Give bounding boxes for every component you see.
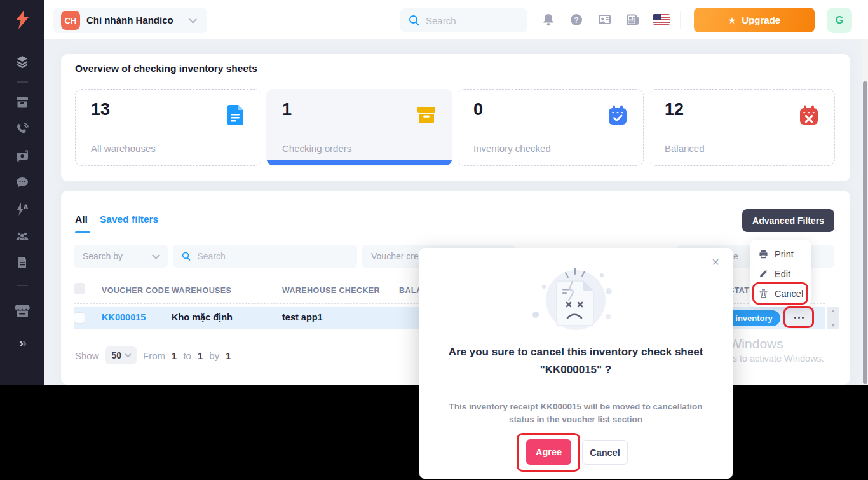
sidebar-item-chat[interactable]: [8, 169, 36, 196]
context-menu-cancel[interactable]: Cancel: [750, 284, 811, 303]
company-selector[interactable]: CH Chi nhánh Handico: [53, 8, 207, 33]
file-document-icon: [225, 104, 247, 129]
company-badge: CH: [61, 11, 80, 30]
sidebar-item-store[interactable]: [8, 298, 36, 324]
stat-value: 1: [282, 100, 292, 120]
company-name: Chi nhánh Handico: [86, 8, 173, 33]
from-label: From: [143, 350, 165, 361]
news-icon[interactable]: [625, 12, 640, 27]
sidebar-nav: ››: [0, 0, 44, 385]
modal-title-question: Are you sure to cancel this inventory ch…: [442, 343, 709, 361]
modal-close-button[interactable]: ×: [707, 254, 724, 270]
sidebar-divider: [17, 285, 28, 286]
upgrade-button[interactable]: ★ Upgrade: [694, 8, 815, 32]
scroll-up-icon[interactable]: ▲: [831, 308, 836, 313]
money-icon: [15, 148, 30, 163]
stat-card-checking-orders[interactable]: 1 Checking orders: [266, 89, 452, 166]
search-icon: [409, 15, 420, 26]
global-search-input[interactable]: [426, 8, 521, 32]
sidebar-item-inventory[interactable]: [8, 89, 36, 116]
sidebar-item-calls[interactable]: [8, 116, 36, 142]
column-header-warehouses[interactable]: WAREHOUSES: [172, 286, 231, 295]
trash-icon: [759, 289, 768, 298]
browser-scrollbar-thumb[interactable]: [863, 81, 867, 384]
by-value: 1: [226, 350, 231, 361]
menu-item-label: Edit: [775, 269, 790, 279]
screen-share-icon[interactable]: [597, 12, 612, 27]
checker-cell: test app1: [282, 312, 323, 322]
calendar-check-icon: [606, 104, 629, 129]
row-actions-button[interactable]: [788, 309, 810, 326]
user-avatar[interactable]: G: [827, 8, 852, 33]
stat-label: Checking orders: [282, 143, 351, 154]
stat-value: 0: [473, 100, 483, 120]
browser-scrollbar[interactable]: [862, 39, 868, 385]
overview-panel: Overview of checking inventory sheets 13…: [61, 54, 850, 181]
column-header-warehouse-checker[interactable]: WAREHOUSE CHECKER: [282, 286, 380, 295]
double-chevron-right-icon: ››: [19, 335, 25, 350]
context-menu-print[interactable]: Print: [750, 244, 811, 264]
app-screen: CH Chi nhánh Handico ? ★ Upgrade: [0, 0, 868, 480]
context-menu-edit[interactable]: Edit: [750, 264, 811, 284]
sidebar-item-cashflow[interactable]: [8, 142, 36, 169]
agree-button[interactable]: Agree: [526, 439, 571, 465]
tab-all[interactable]: All: [75, 214, 88, 225]
active-tab-underline: [75, 231, 90, 233]
from-value: 1: [172, 350, 177, 361]
flash-auto-icon: [15, 202, 30, 217]
stat-label: All warehouses: [91, 143, 156, 154]
to-value: 1: [198, 350, 203, 361]
chevron-down-icon: [189, 15, 197, 24]
row-context-menu: Print Edit Cancel: [750, 240, 811, 307]
sidebar-item-automation[interactable]: [8, 196, 36, 223]
column-header-voucher-code[interactable]: VOUCHER CODE: [102, 286, 170, 295]
selected-indicator-bar: [267, 160, 452, 165]
chat-bubble-icon: [15, 175, 30, 190]
row-checkbox[interactable]: [74, 312, 85, 324]
stat-card-all-warehouses[interactable]: 13 All warehouses: [75, 89, 261, 166]
calendar-x-icon: [797, 104, 820, 129]
help-icon[interactable]: ?: [569, 12, 584, 27]
sidebar-item-layers[interactable]: [8, 48, 36, 75]
document-icon: [15, 255, 30, 270]
stat-card-balanced[interactable]: 12 Balanced: [649, 89, 835, 166]
tab-saved-filters[interactable]: Saved filters: [100, 214, 158, 225]
svg-text:?: ?: [574, 16, 578, 25]
to-label: to: [183, 350, 191, 361]
stat-card-inventory-checked[interactable]: 0 Inventory checked: [458, 89, 644, 166]
table-scrollbar[interactable]: ▲▼: [827, 307, 839, 329]
select-all-checkbox[interactable]: [74, 283, 85, 294]
chevron-down-icon: [152, 251, 160, 259]
page-size-value: 50: [112, 350, 122, 360]
page-size-select[interactable]: 50: [105, 346, 137, 364]
cancel-confirmation-modal: × Are you sure to cancel this inventory …: [419, 248, 733, 479]
language-flag-us-icon[interactable]: [653, 14, 670, 25]
stat-label: Balanced: [665, 143, 705, 154]
layers-icon: [15, 54, 30, 69]
app-logo[interactable]: [0, 0, 44, 39]
sidebar-divider: [17, 81, 28, 83]
advanced-filters-button[interactable]: Advanced Filters: [742, 209, 834, 232]
pagination: Show 50 From 1 to 1 by 1: [75, 346, 231, 364]
sidebar-expand-button[interactable]: ››: [8, 329, 36, 356]
stat-value: 12: [665, 100, 684, 120]
modal-cancel-button[interactable]: Cancel: [582, 440, 628, 465]
voucher-code-link[interactable]: KK000015: [102, 312, 146, 322]
menu-item-label: Cancel: [775, 289, 803, 299]
scroll-down-icon[interactable]: ▼: [831, 323, 836, 327]
phone-icon: [15, 121, 30, 137]
modal-title: Are you sure to cancel this inventory ch…: [442, 343, 709, 379]
top-header: CH Chi nhánh Handico ? ★ Upgrade: [44, 0, 868, 39]
users-icon: [15, 228, 30, 243]
filter-search: [173, 245, 357, 268]
search-by-select[interactable]: Search by: [74, 245, 168, 268]
filter-search-input[interactable]: [198, 251, 349, 261]
sidebar-item-customers[interactable]: [8, 223, 36, 249]
archive-box-icon: [415, 104, 438, 129]
menu-item-label: Print: [775, 249, 794, 259]
printer-icon: [759, 249, 768, 259]
show-label: Show: [75, 350, 99, 361]
modal-title-code: "KK000015" ?: [442, 361, 709, 379]
sidebar-item-documents[interactable]: [8, 249, 36, 276]
notifications-bell-icon[interactable]: [541, 12, 556, 27]
